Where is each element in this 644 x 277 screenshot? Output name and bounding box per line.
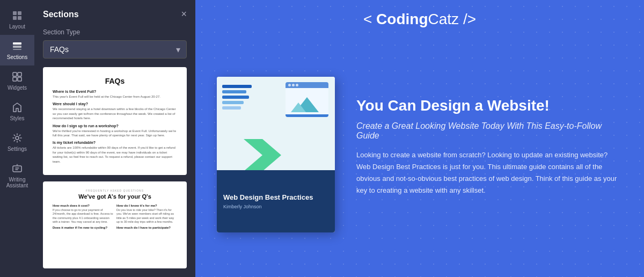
svg-rect-6 (13, 49, 21, 50)
template-card-faqs[interactable]: FAQs Where is the Event Full? This year'… (43, 67, 187, 175)
svg-rect-8 (18, 72, 21, 76)
section-type-label: Section Type (43, 28, 187, 36)
card-faqs-content: FAQs Where is the Event Full? This year'… (44, 68, 186, 175)
brand-name: Coding (376, 11, 428, 27)
right-content: You Can Design a Website! Create a Great… (356, 81, 623, 196)
sections-panel: Sections × Section Type FAQs Hero About … (34, 0, 195, 277)
sidebar-item-label: Layout (9, 24, 25, 30)
panel-header: Sections × (43, 9, 187, 20)
mountain-back (291, 103, 306, 112)
svg-marker-14 (244, 139, 281, 170)
sidebar-item-sections[interactable]: Sections (0, 35, 34, 65)
svg-rect-2 (13, 16, 17, 20)
card-aqs-grid: How much does it cost? If you choose to … (53, 204, 177, 230)
line-bar-5 (222, 106, 241, 110)
styles-icon (11, 101, 23, 113)
sidebar-item-widgets[interactable]: Widgets (0, 65, 34, 96)
card-aqs-col-2: How do I know it's for me? Do you love t… (116, 204, 177, 230)
sidebar-item-styles[interactable]: Styles (0, 96, 34, 127)
hero-body: Looking to create a website from scratch… (356, 149, 623, 196)
faq-item-4: Is my ticket refundable? All tickets are… (53, 141, 177, 164)
card-aqs-title: We've got A's for your Q's (53, 193, 177, 200)
browser-dot-2 (292, 84, 295, 86)
card-aqs-header: FREQUENTLY ASKED QUESTIONS We've got A's… (53, 189, 177, 200)
ai-icon (11, 163, 23, 174)
sections-icon (11, 40, 23, 52)
panel-title: Sections (43, 10, 79, 19)
template-card-aqs[interactable]: FREQUENTLY ASKED QUESTIONS We've got A's… (43, 181, 187, 268)
card-aqs-content: FREQUENTLY ASKED QUESTIONS We've got A's… (44, 183, 186, 268)
book-lines-decoration (222, 85, 252, 110)
svg-point-11 (16, 136, 19, 140)
svg-rect-10 (18, 77, 21, 81)
sidebar-item-label: Widgets (8, 85, 27, 91)
sidebar-item-label: Styles (10, 115, 24, 121)
gear-icon (11, 132, 23, 144)
sidebar-nav: Layout Sections Widgets (0, 0, 34, 277)
brand-prefix: < (363, 11, 376, 27)
browser-body (286, 88, 328, 114)
book-cover: Web Design Best Practices Kimberly Johns… (217, 77, 335, 232)
line-bar-3 (222, 96, 249, 99)
main-inner: Web Design Best Practices Kimberly Johns… (195, 0, 644, 277)
mountain-shape (295, 97, 319, 112)
widgets-icon (11, 71, 23, 83)
browser-mockup (286, 82, 328, 117)
arrow-decoration (244, 139, 281, 170)
svg-rect-9 (13, 77, 17, 81)
section-type-select[interactable]: FAQs Hero About Contact (43, 40, 187, 59)
template-cards-list: FAQs Where is the Event Full? This year'… (43, 67, 187, 268)
brand-suffix: Catz /> (428, 11, 476, 27)
brand-header: < CodingCatz /> (195, 11, 644, 28)
faq-item-2: Were should I stay? We recommend staying… (53, 102, 177, 120)
sidebar-item-layout[interactable]: Layout (0, 4, 34, 35)
main-content: < CodingCatz /> (195, 0, 644, 277)
svg-rect-0 (13, 11, 17, 15)
close-panel-button[interactable]: × (181, 9, 187, 20)
hero-subtitle: Create a Great Looking Website Today Wit… (356, 121, 623, 141)
svg-rect-7 (13, 72, 17, 76)
browser-dot-3 (296, 84, 298, 86)
sidebar-item-writing-assistant[interactable]: Writing Assistant (0, 157, 34, 194)
hero-heading: You Can Design a Website! (356, 97, 623, 115)
card-faqs-title: FAQs (53, 77, 177, 85)
svg-rect-5 (13, 46, 21, 48)
section-type-dropdown-wrapper: FAQs Hero About Contact (43, 40, 187, 59)
book-title: Web Design Best Practices (223, 193, 328, 202)
card-aqs-col-1: How much does it cost? If you choose to … (53, 204, 113, 230)
sidebar-item-label: Sections (7, 54, 27, 60)
svg-rect-1 (18, 11, 21, 15)
faq-item-1: Where is the Event Full? This year's Eve… (53, 90, 177, 99)
svg-point-13 (17, 164, 18, 166)
browser-titlebar (286, 82, 328, 88)
line-bar-1 (222, 85, 252, 88)
book-author: Kimberly Johnson (223, 204, 328, 209)
svg-rect-3 (18, 16, 21, 20)
svg-rect-4 (13, 42, 21, 45)
svg-rect-12 (13, 166, 21, 172)
line-bar-2 (222, 90, 246, 93)
book-cover-graphic (217, 77, 335, 170)
faq-item-3: How do I sign up to run a workshop? We'r… (53, 124, 177, 138)
sidebar-item-settings[interactable]: Settings (0, 127, 34, 157)
book-cover-info: Web Design Best Practices Kimberly Johns… (217, 170, 335, 232)
sidebar-item-label: Writing Assistant (2, 177, 32, 188)
sidebar-item-label: Settings (8, 146, 27, 152)
layout-icon (11, 10, 23, 21)
browser-dot-1 (288, 84, 291, 86)
line-bar-4 (222, 101, 244, 104)
